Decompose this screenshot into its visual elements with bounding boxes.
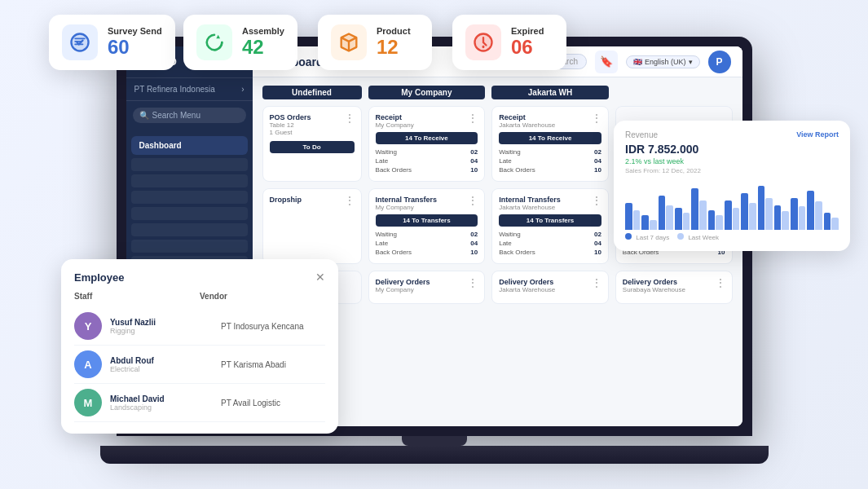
chart-bar-group bbox=[725, 181, 739, 230]
employee-title: Employee bbox=[74, 271, 124, 284]
receipt-jkt-menu[interactable]: ⋮ bbox=[592, 113, 601, 123]
late-label-2: Late bbox=[499, 157, 512, 165]
employee-header: Employee ✕ bbox=[74, 271, 325, 284]
employee-name-abdul: Abdul Rouf bbox=[110, 356, 214, 365]
laptop-notch bbox=[402, 436, 467, 446]
receipt-mycompany-card: Receipt My Company ⋮ 14 To Receive Waiti… bbox=[368, 106, 486, 182]
svg-point-0 bbox=[72, 34, 89, 51]
chart-bar-group bbox=[641, 181, 656, 230]
receive-mc-button[interactable]: 14 To Receive bbox=[376, 132, 478, 144]
assembly-value: 42 bbox=[242, 36, 284, 59]
revenue-date: Sales From: 12 Dec, 2022 bbox=[625, 167, 839, 174]
language-selector[interactable]: 🇬🇧 English (UK) ▾ bbox=[626, 55, 700, 68]
employee-columns: Staff Vendor bbox=[74, 292, 325, 301]
sidebar-item-6[interactable] bbox=[131, 240, 248, 253]
receipt-mc-menu[interactable]: ⋮ bbox=[468, 113, 478, 123]
survey-label: Survey Send bbox=[108, 26, 162, 36]
transfers-jkt-button[interactable]: 14 To Transfers bbox=[499, 214, 601, 227]
waiting-label-1: Waiting bbox=[376, 148, 397, 156]
laptop-base bbox=[100, 446, 769, 464]
survey-info: Survey Send 60 bbox=[108, 26, 162, 59]
section-header-mycompany: My Company bbox=[368, 86, 486, 99]
revenue-change: 2.1% vs last week bbox=[625, 157, 839, 165]
transfers-jkt-menu[interactable]: ⋮ bbox=[592, 196, 601, 205]
expired-info: Expired 06 bbox=[511, 26, 544, 59]
employee-row-1: Y Yusuf Nazlii Rigging PT Indosurya Kenc… bbox=[74, 307, 325, 346]
bookmark-button[interactable]: 🔖 bbox=[595, 51, 618, 73]
profile-button[interactable]: P bbox=[708, 51, 731, 73]
chevron-down-icon: ▾ bbox=[689, 58, 693, 66]
employee-name-yusuf: Yusuf Nazlii bbox=[110, 318, 214, 327]
assembly-label: Assembly bbox=[242, 26, 284, 36]
receipt-mc-sub: My Company bbox=[376, 121, 414, 129]
employee-name-michael: Michael David bbox=[110, 394, 214, 403]
sidebar-item-dashboard[interactable]: Dashboard bbox=[131, 136, 248, 155]
chart-bar-group bbox=[824, 181, 839, 230]
transfers-jkt-card: Internal Transfers Jakarta Warehouse ⋮ 1… bbox=[491, 188, 609, 264]
pos-orders-title: POS Orders bbox=[270, 113, 311, 121]
delivery-mc-menu[interactable]: ⋮ bbox=[468, 278, 478, 288]
pos-orders-card: POS Orders Table 12 1 Guest ⋮ To Do bbox=[262, 106, 362, 182]
stat-card-expired[interactable]: Expired 06 bbox=[452, 15, 566, 70]
product-icon-bg bbox=[331, 24, 367, 60]
revenue-card: Revenue View Report IDR 7.852.000 2.1% v… bbox=[614, 121, 850, 251]
backorders-val-1: 10 bbox=[470, 166, 478, 174]
transfers-jkt-title: Internal Transfers bbox=[499, 196, 561, 204]
sidebar-item-3[interactable] bbox=[131, 191, 248, 204]
waiting-val-1: 02 bbox=[470, 148, 478, 156]
stat-card-product[interactable]: Product 12 bbox=[318, 15, 432, 70]
employee-info-abdul: Abdul Rouf Electrical bbox=[110, 356, 214, 373]
late-val-2: 04 bbox=[594, 157, 601, 165]
chevron-right-icon: › bbox=[241, 85, 244, 94]
delivery-jkt-menu[interactable]: ⋮ bbox=[592, 278, 601, 288]
close-icon[interactable]: ✕ bbox=[315, 271, 325, 284]
avatar-yusuf: Y bbox=[74, 312, 102, 340]
sidebar-item-4[interactable] bbox=[131, 207, 248, 220]
employee-vendor-abdul: PT Karisma Abadi bbox=[221, 360, 325, 369]
assembly-info: Assembly 42 bbox=[242, 26, 284, 59]
transfers-mc-button[interactable]: 14 To Transfers bbox=[376, 214, 478, 227]
product-value: 12 bbox=[377, 36, 411, 59]
product-label: Product bbox=[377, 26, 411, 36]
sidebar-item-2[interactable] bbox=[131, 174, 248, 187]
delivery-jkt-sub: Jakarta Warehouse bbox=[499, 286, 555, 293]
delivery-jkt-title: Delivery Orders bbox=[499, 278, 555, 286]
sidebar-company[interactable]: PT Refinera Indonesia › bbox=[126, 78, 253, 101]
receipt-jkt-sub: Jakarta Warehouse bbox=[499, 121, 555, 129]
transfers-mc-menu[interactable]: ⋮ bbox=[468, 196, 478, 205]
transfers-jkt-sub: Jakarta Warehouse bbox=[499, 204, 561, 211]
employee-info-michael: Michael David Landscaping bbox=[110, 394, 214, 412]
view-report-link[interactable]: View Report bbox=[796, 130, 839, 139]
stat-card-survey[interactable]: Survey Send 60 bbox=[49, 15, 175, 70]
vendor-column-label: Vendor bbox=[200, 292, 325, 301]
legend-last7: Last 7 days bbox=[625, 233, 669, 241]
transfers-mc-title: Internal Transfers bbox=[376, 196, 438, 204]
avatar-michael: M bbox=[74, 389, 102, 416]
pos-orders-guests: 1 Guest bbox=[270, 129, 311, 136]
survey-value: 60 bbox=[108, 36, 162, 59]
stat-card-assembly[interactable]: Assembly 42 bbox=[183, 15, 297, 70]
receive-jkt-button[interactable]: 14 To Receive bbox=[499, 132, 601, 144]
section-header-jakarta: Jakarta WH bbox=[491, 86, 609, 99]
chart-bar-group bbox=[774, 181, 789, 230]
dropship-menu[interactable]: ⋮ bbox=[345, 196, 355, 205]
sidebar-search[interactable]: 🔍 Search Menu bbox=[133, 108, 246, 123]
dropship-card: Dropship ⋮ bbox=[262, 188, 362, 264]
delivery-sby-card: Delivery Orders Surabaya Warehouse ⋮ bbox=[615, 271, 733, 304]
employee-row-2: A Abdul Rouf Electrical PT Karisma Abadi bbox=[74, 346, 325, 384]
pos-orders-menu[interactable]: ⋮ bbox=[345, 113, 355, 123]
sidebar-item-1[interactable] bbox=[131, 158, 248, 171]
chart-bar-group bbox=[791, 181, 805, 230]
receipt-mc-title: Receipt bbox=[376, 113, 414, 121]
chart-bar-group bbox=[807, 181, 822, 230]
delivery-sby-menu[interactable]: ⋮ bbox=[716, 278, 725, 288]
chart-bar-group bbox=[758, 181, 773, 230]
avatar-abdul: A bbox=[74, 350, 102, 378]
chart-bar-group bbox=[675, 181, 690, 230]
expired-icon-bg bbox=[465, 24, 501, 60]
todo-button[interactable]: To Do bbox=[270, 141, 355, 153]
dashboard-label: Dashboard bbox=[139, 141, 182, 150]
sidebar-item-5[interactable] bbox=[131, 223, 248, 236]
search-menu-placeholder: Search Menu bbox=[152, 111, 200, 120]
staff-column-label: Staff bbox=[74, 292, 200, 301]
